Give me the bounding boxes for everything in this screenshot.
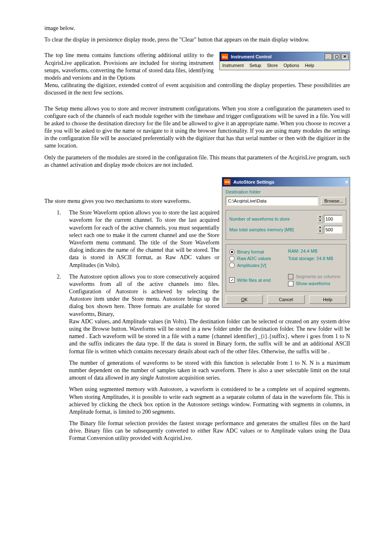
menu-help[interactable]: Help: [305, 62, 314, 68]
spinner-up-icon[interactable]: ▲: [317, 215, 323, 219]
menu-instrument[interactable]: Instrument: [222, 62, 244, 68]
cancel-button[interactable]: Cancel: [267, 295, 304, 304]
paragraph: Only the parameters of the modules are s…: [44, 154, 350, 169]
browse-button[interactable]: Browse...: [321, 197, 346, 205]
radio-raw-adc-label: Raw ADC values: [237, 256, 271, 261]
destination-folder-label: Destination folder: [226, 189, 346, 195]
list-number: 1.: [44, 209, 69, 269]
radio-raw-adc[interactable]: Raw ADC values: [229, 256, 284, 261]
paragraph: Raw ADC values, and Amplitude values (in…: [69, 318, 350, 355]
spinner-down-icon[interactable]: ▼: [317, 230, 323, 234]
menu-setup[interactable]: Setup: [249, 62, 261, 68]
num-waveforms-stepper[interactable]: ▲▼ 100: [317, 215, 343, 223]
instrument-control-window: acq Instrument Control _ ▢ ✕ Instrument …: [219, 52, 350, 70]
spinner-down-icon[interactable]: ▼: [317, 219, 323, 223]
count-group: Number of waveforms to store ▲▼ 100 Max …: [226, 210, 346, 240]
list-item: The Store Waveform option allows you to …: [69, 209, 219, 269]
window-title: Instrument Control: [230, 54, 325, 60]
max-memory-stepper[interactable]: ▲▼ 500: [317, 226, 343, 234]
paragraph: The Setup menu allows you to store and r…: [44, 105, 350, 150]
ok-rest: K: [244, 297, 247, 302]
menu-options[interactable]: Options: [284, 62, 299, 68]
paragraph: When using segmented memory with Autosto…: [69, 386, 350, 416]
checkbox-unchecked-icon: [288, 281, 293, 286]
max-memory-label: Max total samples memory [MB]: [229, 227, 294, 233]
total-storage: Total storage: 24.8 MB: [288, 256, 343, 261]
num-waveforms-label: Number of waveforms to store: [229, 216, 290, 222]
radio-binary-label: Binary format: [237, 249, 264, 255]
radio-unselected-icon: [229, 263, 235, 268]
show-waveforms-label: Show waveforms: [296, 281, 330, 286]
maximize-icon[interactable]: ▢: [333, 53, 340, 60]
radio-binary[interactable]: Binary format: [229, 249, 284, 255]
menubar: Instrument Setup Store Options Help: [220, 61, 350, 69]
ok-underline: O: [241, 297, 245, 302]
spinner-up-icon[interactable]: ▲: [317, 226, 323, 230]
window-titlebar: acq AutoStore Settings ✕: [222, 177, 350, 187]
paragraph: image below.: [44, 25, 350, 32]
minimize-icon[interactable]: _: [325, 53, 332, 60]
write-files-at-end-label: Write files at end: [237, 277, 271, 283]
segments-as-columns-checkbox: Segments as columns: [288, 274, 343, 279]
segments-as-columns-label: Segments as columns: [296, 274, 340, 279]
paragraph: To clear the display in persistence disp…: [44, 36, 350, 44]
destination-folder-input[interactable]: C:\AcqirisLive\Data: [226, 196, 318, 205]
show-waveforms-checkbox[interactable]: Show waveforms: [288, 281, 343, 286]
max-memory-value[interactable]: 500: [324, 226, 343, 234]
radio-amplitudes-label: Amplitudes [V]: [237, 263, 266, 268]
paragraph: Menu, calibrating the digitizer, extende…: [44, 82, 350, 97]
close-icon[interactable]: ✕: [345, 179, 348, 185]
radio-unselected-icon: [229, 256, 235, 261]
window-titlebar: acq Instrument Control _ ▢ ✕: [220, 52, 350, 61]
ram-usage: RAM: 24.4 MB: [288, 248, 343, 254]
help-button[interactable]: Help: [309, 295, 346, 304]
list-item: The Autostore option allows you to store…: [69, 273, 219, 318]
window-title: AutoStore Settings: [233, 179, 345, 185]
app-icon: acq: [221, 53, 228, 60]
format-group: Binary format Raw ADC values Amplitudes …: [226, 244, 346, 291]
num-waveforms-value[interactable]: 100: [324, 215, 343, 223]
radio-selected-icon: [229, 249, 235, 255]
checkbox-checked-icon: ✓: [229, 277, 235, 283]
menu-store[interactable]: Store: [267, 62, 278, 68]
close-icon[interactable]: ✕: [341, 53, 348, 60]
ok-button[interactable]: OK: [226, 295, 263, 304]
radio-amplitudes[interactable]: Amplitudes [V]: [229, 263, 284, 268]
write-files-at-end-checkbox[interactable]: ✓ Write files at end: [229, 274, 284, 287]
app-icon: acq: [224, 179, 231, 185]
paragraph: The Binary file format selection provide…: [69, 420, 350, 442]
autostore-settings-dialog: acq AutoStore Settings ✕ Destination fol…: [222, 177, 350, 308]
checkbox-disabled-icon: [288, 274, 293, 279]
list-number: 2.: [44, 273, 69, 318]
paragraph: The number of generations of waveforms t…: [69, 359, 350, 382]
